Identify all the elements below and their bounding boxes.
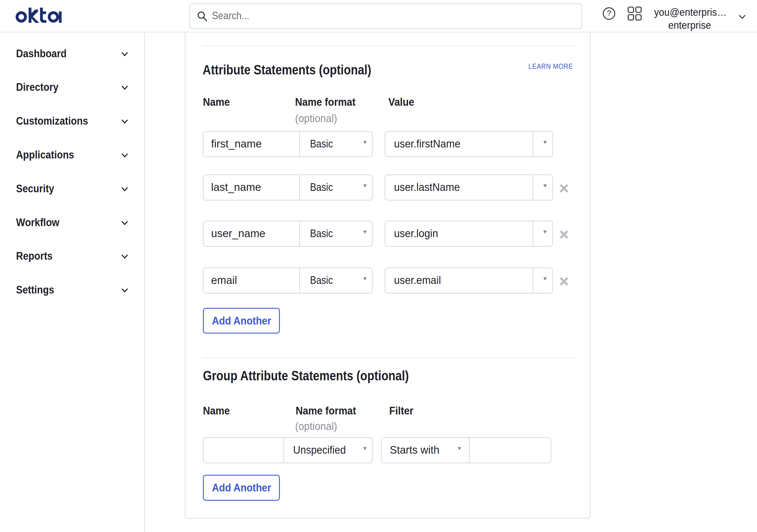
svg-text:?: ?: [607, 9, 611, 17]
